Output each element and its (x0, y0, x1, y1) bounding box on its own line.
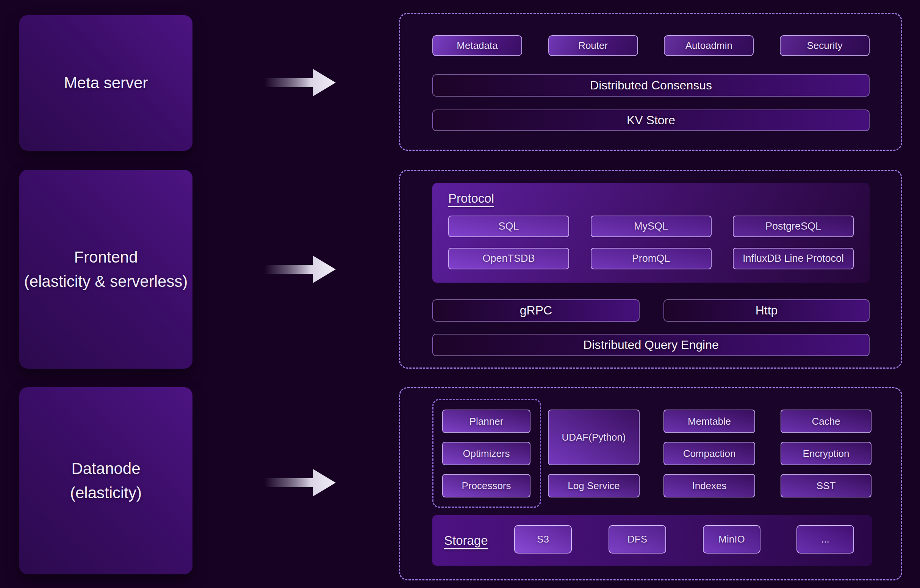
indexes-node: Indexes (664, 474, 755, 497)
sql-node: SQL (448, 215, 569, 237)
udaf-python-node: UDAF(Python) (548, 410, 640, 465)
protocol-row-1: SQL MySQL PostgreSQL (448, 215, 854, 237)
s3-node: S3 (514, 525, 572, 554)
frontend-label-line1: Frontend (74, 245, 138, 269)
influxdb-line-protocol-node: InfluxDB Line Protocol (733, 248, 854, 269)
arrow-right-icon (264, 68, 337, 98)
planner-node: Planner (442, 410, 530, 433)
frontend-label-line2: (elasticity & serverless) (24, 269, 188, 294)
grpc-node: gRPC (432, 299, 640, 322)
cache-node: Cache (781, 410, 871, 433)
distributed-query-engine-node: Distributed Query Engine (432, 334, 870, 356)
kv-store-node: KV Store (432, 110, 870, 131)
memtable-node: Memtable (664, 410, 755, 433)
log-service-node: Log Service (548, 474, 640, 497)
encryption-node: Encryption (781, 442, 871, 465)
datanode-label-line1: Datanode (71, 457, 140, 481)
meta-chip-row: Metadata Router Autoadmin Security (432, 35, 870, 56)
postgresql-node: PostgreSQL (733, 215, 854, 237)
compaction-node: Compaction (664, 442, 755, 465)
metadata-node: Metadata (432, 35, 522, 56)
distributed-consensus-node: Distributed Consensus (432, 74, 870, 97)
frontend-node: Frontend (elasticity & serverless) (19, 170, 193, 369)
datanode-label-line2: (elasticity) (70, 481, 142, 505)
protocol-label: Protocol (448, 191, 494, 206)
opentsdb-node: OpenTSDB (448, 248, 569, 269)
autoadmin-node: Autoadmin (664, 35, 754, 56)
sst-node: SST (781, 474, 871, 497)
datanode-zone: Planner Optimizers Processors UDAF(Pytho… (399, 387, 902, 580)
meta-server-label: Meta server (64, 71, 148, 95)
mysql-node: MySQL (591, 215, 712, 237)
processors-node: Processors (442, 474, 530, 497)
security-node: Security (780, 35, 870, 56)
protocol-panel: Protocol SQL MySQL PostgreSQL OpenTSDB P… (432, 183, 870, 283)
promql-node: PromQL (591, 248, 712, 269)
arrow-right-icon (264, 468, 337, 498)
datanode-node: Datanode (elasticity) (19, 387, 193, 574)
storage-label: Storage (444, 533, 488, 548)
protocol-row-2: OpenTSDB PromQL InfluxDB Line Protocol (448, 248, 854, 269)
more-storage-node: ... (797, 525, 854, 554)
dfs-node: DFS (609, 525, 666, 554)
rpc-row: gRPC Http (432, 299, 870, 322)
http-node: Http (664, 299, 870, 322)
arrow-right-icon (264, 254, 337, 285)
architecture-diagram: Meta server Frontend (elasticity & serve… (0, 0, 920, 588)
storage-panel: Storage S3 DFS MinIO ... (432, 515, 872, 565)
frontend-zone: Protocol SQL MySQL PostgreSQL OpenTSDB P… (399, 170, 902, 369)
minio-node: MinIO (703, 525, 760, 554)
optimizers-node: Optimizers (442, 442, 530, 465)
meta-server-zone: Metadata Router Autoadmin Security Distr… (399, 13, 902, 151)
router-node: Router (548, 35, 638, 56)
meta-server-node: Meta server (19, 15, 193, 151)
